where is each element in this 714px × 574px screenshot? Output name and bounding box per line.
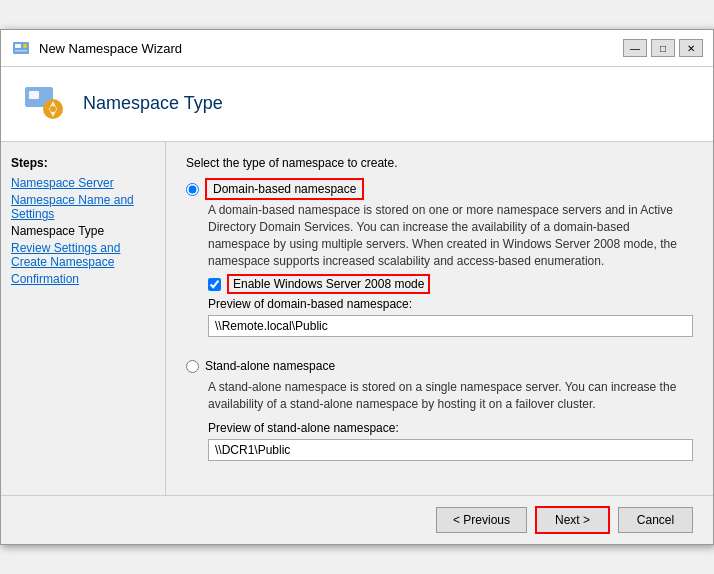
wizard-icon [11,38,31,58]
svg-point-2 [23,44,27,48]
title-bar: New Namespace Wizard — □ ✕ [1,30,713,67]
domain-based-option-group: Domain-based namespace A domain-based na… [186,182,693,349]
svg-rect-0 [13,42,29,54]
sidebar-item-namespace-type: Namespace Type [11,224,155,238]
win2008-checkbox-label[interactable]: Enable Windows Server 2008 mode [227,274,430,294]
svg-point-8 [50,106,56,112]
svg-rect-5 [29,91,39,99]
standalone-option-group: Stand-alone namespace A stand-alone name… [186,359,693,473]
standalone-preview-label: Preview of stand-alone namespace: [208,421,693,435]
wizard-window: New Namespace Wizard — □ ✕ Namespace Typ… [0,29,714,545]
previous-button[interactable]: < Previous [436,507,527,533]
minimize-button[interactable]: — [623,39,647,57]
next-button[interactable]: Next > [535,506,610,534]
standalone-description: A stand-alone namespace is stored on a s… [208,379,693,413]
standalone-label[interactable]: Stand-alone namespace [205,359,335,373]
footer: < Previous Next > Cancel [1,495,713,544]
cancel-button[interactable]: Cancel [618,507,693,533]
domain-based-radio-row: Domain-based namespace [186,182,693,196]
instruction-text: Select the type of namespace to create. [186,156,693,170]
win2008-checkbox[interactable] [208,278,221,291]
win2008-checkbox-row: Enable Windows Server 2008 mode [208,277,693,291]
sidebar-item-review-settings[interactable]: Review Settings and Create Namespace [11,241,155,269]
sidebar-item-namespace-name[interactable]: Namespace Name and Settings [11,193,155,221]
maximize-button[interactable]: □ [651,39,675,57]
domain-based-label[interactable]: Domain-based namespace [205,178,364,200]
window-controls: — □ ✕ [623,39,703,57]
sidebar: Steps: Namespace Server Namespace Name a… [1,142,166,495]
domain-preview-label: Preview of domain-based namespace: [208,297,693,311]
page-title: Namespace Type [83,93,223,114]
domain-based-description: A domain-based namespace is stored on on… [208,202,693,269]
page-header: Namespace Type [1,67,713,142]
standalone-radio[interactable] [186,360,199,373]
sidebar-item-confirmation[interactable]: Confirmation [11,272,155,286]
standalone-preview-input [208,439,693,461]
standalone-radio-row: Stand-alone namespace [186,359,693,373]
domain-based-radio[interactable] [186,183,199,196]
svg-rect-3 [15,50,27,52]
sidebar-item-namespace-server[interactable]: Namespace Server [11,176,155,190]
svg-rect-1 [15,44,21,48]
close-button[interactable]: ✕ [679,39,703,57]
main-content: Select the type of namespace to create. … [166,142,713,495]
window-title: New Namespace Wizard [39,41,623,56]
domain-preview-input [208,315,693,337]
namespace-icon [21,79,69,127]
steps-label: Steps: [11,156,155,170]
content-area: Steps: Namespace Server Namespace Name a… [1,142,713,495]
